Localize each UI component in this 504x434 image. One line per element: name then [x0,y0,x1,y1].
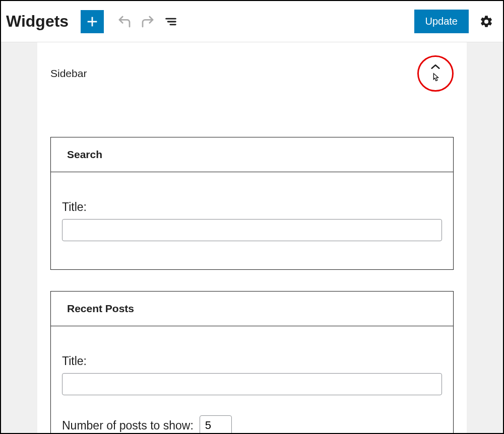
sidebar-area-title: Sidebar [50,67,87,80]
plus-icon [85,15,99,29]
content-area: Sidebar Search Title: Recent Posts Title… [1,42,503,433]
outline-icon [164,15,178,29]
widget-recent-posts: Recent Posts Title: Number of posts to s… [50,291,454,433]
widget-search-header[interactable]: Search [51,137,453,172]
widget-recent-posts-body: Title: Number of posts to show: [51,326,453,433]
sidebar-area-header: Sidebar [50,55,454,92]
num-posts-input[interactable] [200,415,232,433]
settings-button[interactable] [475,10,498,33]
page-title: Widgets [6,12,69,31]
widget-search: Search Title: [50,137,454,270]
document-outline-button[interactable] [159,10,182,33]
update-button[interactable]: Update [414,10,469,33]
collapse-sidebar-button[interactable] [417,55,454,92]
recent-posts-title-label: Title: [62,354,442,368]
redo-button[interactable] [136,10,159,33]
redo-icon [140,14,155,29]
pointer-cursor-icon [430,73,440,84]
add-block-button[interactable] [81,10,104,33]
widgets-panel: Sidebar Search Title: Recent Posts Title… [37,42,467,433]
widget-search-body: Title: [51,172,453,269]
search-title-label: Title: [62,200,442,214]
gear-icon [479,15,493,29]
editor-toolbar: Widgets Update [1,1,503,42]
chevron-up-icon [430,63,441,70]
num-posts-label: Number of posts to show: [62,419,194,432]
undo-button[interactable] [113,10,136,33]
undo-icon [117,14,132,29]
recent-posts-title-input[interactable] [62,373,442,395]
widget-recent-posts-header[interactable]: Recent Posts [51,292,453,326]
search-title-input[interactable] [62,219,442,241]
num-posts-row: Number of posts to show: [62,415,442,433]
